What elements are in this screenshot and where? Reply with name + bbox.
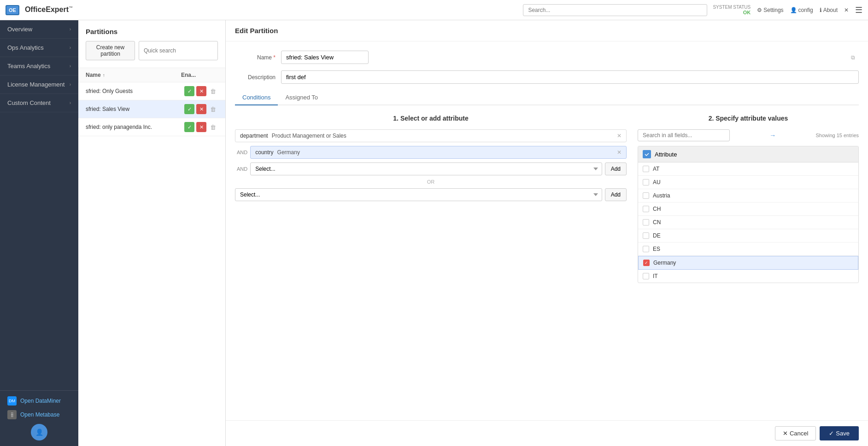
enable-button[interactable]: ✓ <box>184 86 194 96</box>
attr-checkbox-6[interactable] <box>643 246 649 252</box>
attr-value: Austria <box>653 192 854 199</box>
attr-checkbox-3[interactable] <box>643 206 649 212</box>
attr-checkbox-1[interactable] <box>643 179 649 185</box>
attr-row-5[interactable]: DE <box>638 229 858 243</box>
open-dataminer-link[interactable]: DM Open DataMiner <box>7 396 71 405</box>
save-button[interactable]: ✓ Save <box>820 426 859 440</box>
attr-checkbox-4[interactable] <box>643 219 649 226</box>
condition-row-1: country Germany ✕ <box>250 146 627 159</box>
attr-checkbox-5[interactable] <box>643 232 649 239</box>
system-status: SYSTEM STATUS OK <box>713 5 751 15</box>
condition-close-icon[interactable]: ✕ <box>617 149 622 156</box>
attr-value: AU <box>653 179 854 185</box>
metabase-icon: ⣿ <box>7 410 17 419</box>
partition-tabs: Conditions Assigned To <box>235 90 859 105</box>
sidebar-item-teams-analytics[interactable]: Teams Analytics › <box>0 57 78 75</box>
dataminer-icon: DM <box>7 396 17 405</box>
condition-row-0: department Product Management or Sales ✕ <box>235 129 627 142</box>
name-input-wrap: ⧉ <box>281 51 859 64</box>
attr-row-8[interactable]: IT <box>638 270 858 283</box>
enable-button[interactable]: ✓ <box>184 104 194 114</box>
quick-search-input[interactable] <box>139 41 218 60</box>
second-add-button[interactable]: Add <box>605 188 627 201</box>
attr-row-2[interactable]: Austria <box>638 189 858 203</box>
settings-link[interactable]: ⚙ Settings <box>757 7 783 13</box>
partition-row-2[interactable]: sfried: only panagenda Inc. ✓ ✕ 🗑 <box>78 118 225 136</box>
condition-attribute: department <box>240 133 268 139</box>
enable-button[interactable]: ✓ <box>184 122 194 132</box>
attr-row-3[interactable]: CH <box>638 203 858 216</box>
app-title: OfficeExpert™ <box>25 6 73 14</box>
attr-value: AT <box>653 166 854 172</box>
open-metabase-link[interactable]: ⣿ Open Metabase <box>7 410 71 419</box>
sidebar-item-overview[interactable]: Overview › <box>0 20 78 39</box>
and-add-button[interactable]: Add <box>605 162 627 175</box>
config-link[interactable]: 👤 config <box>790 7 813 13</box>
sort-icon[interactable]: ↑ <box>103 73 105 78</box>
chevron-right-icon: › <box>70 45 71 50</box>
disable-button[interactable]: ✕ <box>196 104 206 114</box>
entries-count: Showing 15 entries <box>815 133 859 138</box>
delete-button[interactable]: 🗑 <box>208 87 218 96</box>
topbar-search-input[interactable] <box>523 4 707 16</box>
partition-row-0[interactable]: sfried: Only Guests ✓ ✕ 🗑 <box>78 82 225 100</box>
attr-row-4[interactable]: CN <box>638 216 858 229</box>
name-input[interactable] <box>281 51 369 64</box>
copy-icon[interactable]: ⧉ <box>851 54 855 61</box>
edit-partition-panel: Edit Partition Name * ⧉ Description <box>226 20 868 446</box>
and-select-dropdown[interactable]: Select... <box>250 162 602 175</box>
select-all-checkbox[interactable] <box>643 150 651 158</box>
row-actions: ✓ ✕ 🗑 <box>184 86 218 96</box>
sidebar-item-custom-content[interactable]: Custom Content › <box>0 94 78 112</box>
col-name-header: Name ↑ <box>86 72 181 78</box>
condition-close-icon[interactable]: ✕ <box>617 133 622 139</box>
sidebar-item-ops-analytics[interactable]: Ops Analytics › <box>0 39 78 57</box>
edit-partition-title: Edit Partition <box>235 27 859 35</box>
table-header-row: Name ↑ Ena... <box>78 68 225 82</box>
disable-button[interactable]: ✕ <box>196 122 206 132</box>
attr-checkbox-2[interactable] <box>643 192 649 199</box>
logo-icon: OE <box>6 5 19 15</box>
attr-value: Germany <box>653 260 853 266</box>
hamburger-menu-icon[interactable]: ☰ <box>855 5 862 15</box>
close-icon[interactable]: ✕ <box>844 7 849 13</box>
tab-assigned-to[interactable]: Assigned To <box>278 90 325 105</box>
user-avatar[interactable]: 👤 <box>31 424 47 440</box>
second-select-dropdown[interactable]: Select... <box>235 188 602 201</box>
conditions-left: 1. Select or add attribute department Pr… <box>235 115 627 283</box>
cancel-button[interactable]: ✕ Cancel <box>775 426 816 440</box>
attr-value: CN <box>653 219 854 226</box>
description-field-row: Description <box>235 70 859 84</box>
create-partition-button[interactable]: Create new partition <box>86 41 135 60</box>
attr-checkbox-8[interactable] <box>643 273 649 279</box>
topbar-right: SYSTEM STATUS OK ⚙ Settings 👤 config ℹ A… <box>713 5 862 15</box>
about-link[interactable]: ℹ About <box>820 7 838 13</box>
edit-partition-header: Edit Partition <box>226 20 868 41</box>
content-area: Partitions Create new partition Name ↑ E… <box>78 20 868 446</box>
description-input[interactable] <box>281 70 859 84</box>
conditions-layout: 1. Select or add attribute department Pr… <box>235 115 859 283</box>
arrow-icon[interactable]: → <box>769 132 776 139</box>
attr-row-7[interactable]: ✓ Germany <box>638 256 858 270</box>
attr-value: CH <box>653 206 854 212</box>
delete-button[interactable]: 🗑 <box>208 123 218 132</box>
attr-row-6[interactable]: ES <box>638 243 858 256</box>
partitions-toolbar: Create new partition <box>86 41 218 60</box>
and-label-2: AND <box>237 165 247 173</box>
delete-button[interactable]: 🗑 <box>208 105 218 114</box>
sidebar-item-license-management[interactable]: License Management › <box>0 75 78 94</box>
edit-footer: ✕ Cancel ✓ Save <box>226 420 868 446</box>
partition-name: sfried: Sales View <box>86 106 184 112</box>
attr-checkbox-7[interactable]: ✓ <box>643 260 650 266</box>
attr-row-1[interactable]: AU <box>638 176 858 189</box>
partitions-title: Partitions <box>86 28 218 35</box>
attr-row-0[interactable]: AT <box>638 162 858 176</box>
chevron-right-icon: › <box>70 64 71 69</box>
attr-checkbox-0[interactable] <box>643 166 649 172</box>
search-fields-input[interactable] <box>638 129 730 141</box>
partition-row-1[interactable]: sfried: Sales View ✓ ✕ 🗑 <box>78 100 225 118</box>
disable-button[interactable]: ✕ <box>196 86 206 96</box>
tab-conditions[interactable]: Conditions <box>235 90 278 105</box>
row-actions: ✓ ✕ 🗑 <box>184 104 218 114</box>
attr-value: IT <box>653 273 854 279</box>
